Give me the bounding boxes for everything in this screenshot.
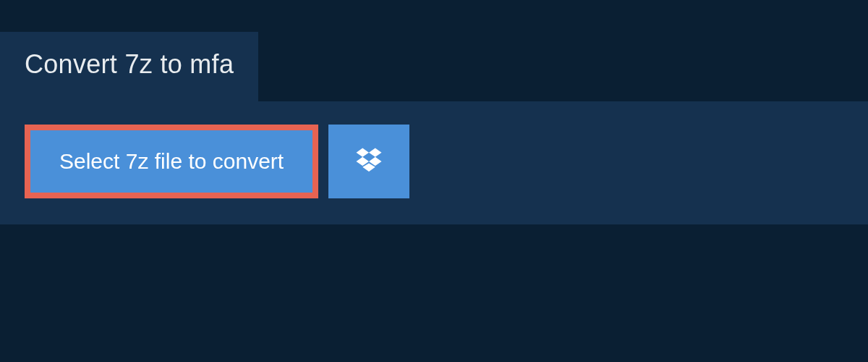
button-row: Select 7z file to convert — [25, 125, 843, 198]
select-file-label: Select 7z file to convert — [59, 149, 284, 174]
dropbox-icon — [354, 146, 384, 178]
page-title: Convert 7z to mfa — [25, 49, 234, 80]
page-title-container: Convert 7z to mfa — [0, 32, 258, 101]
dropbox-button[interactable] — [328, 125, 409, 198]
main-panel: Select 7z file to convert — [0, 101, 868, 224]
select-file-button[interactable]: Select 7z file to convert — [25, 125, 318, 198]
